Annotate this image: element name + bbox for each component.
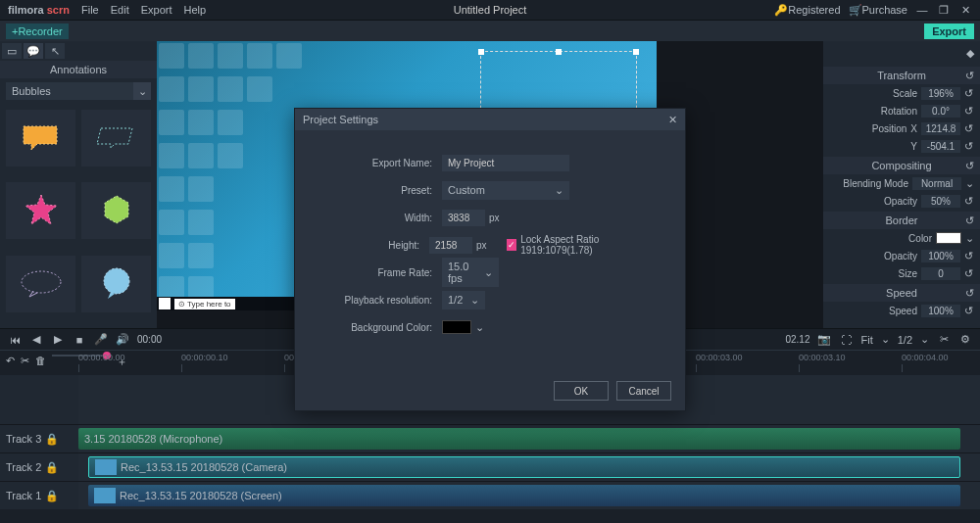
volume-icon[interactable]: 🔊 [116,333,129,347]
keyframe-icon[interactable]: ◆ [966,47,974,63]
fit-select[interactable]: Fit [860,334,872,346]
audio-clip[interactable]: 3.15 20180528 (Microphone) [78,428,960,450]
tab-annotations-icon[interactable]: 💬 [24,43,43,59]
bubble-shape-4[interactable] [81,182,151,239]
playback-res-select[interactable]: 1/2⌄ [442,291,485,309]
chevron-down-icon: ⌄ [484,266,493,279]
main-menu: File Edit Export Help [81,4,206,16]
crop-icon[interactable]: ✂ [937,333,951,347]
timecode-left: 00:00 [137,334,162,345]
reset-icon[interactable]: ↺ [964,105,974,118]
cut-icon[interactable]: ✂ [21,355,29,369]
scale-value[interactable]: 196% [921,87,960,100]
export-button[interactable]: Export [924,24,974,39]
lock-icon[interactable]: 🔒 [45,433,59,446]
properties-panel: ◆ Transform↺ Scale196%↺ Rotation0.0°↺ Po… [823,41,980,328]
fullscreen-icon[interactable]: ⛶ [839,333,853,347]
stop-icon[interactable]: ■ [73,333,86,347]
track-3-label: Track 3 [6,433,41,445]
reset-icon[interactable]: ↺ [965,67,974,84]
rotation-value[interactable]: 0.0° [921,105,960,118]
minimize-icon[interactable]: — [915,3,929,17]
transform-header: Transform [877,67,926,84]
snapshot-icon[interactable]: 📷 [817,333,831,347]
opacity-value[interactable]: 50% [921,195,960,208]
annotation-category-select[interactable]: Bubbles ⌄ [6,82,151,100]
reset-icon[interactable]: ↺ [965,284,974,302]
svg-point-1 [22,271,61,293]
prev-frame-icon[interactable]: ⏮ [8,333,22,347]
svg-marker-0 [105,196,128,223]
border-color-swatch[interactable] [936,232,961,244]
speed-value[interactable]: 100% [921,305,960,317]
step-back-icon[interactable]: ◀ [29,333,43,347]
reset-icon[interactable]: ↺ [964,305,974,317]
chevron-down-icon: ⌄ [881,333,890,346]
bubble-shape-3[interactable] [6,182,75,239]
menu-edit[interactable]: Edit [111,4,129,16]
lock-icon[interactable]: 🔒 [45,461,59,474]
reset-icon[interactable]: ↺ [964,195,974,208]
framerate-select[interactable]: 15.0 fps⌄ [442,258,499,287]
maximize-icon[interactable]: ❐ [937,3,951,17]
reset-icon[interactable]: ↺ [964,87,974,100]
width-input[interactable] [442,210,485,226]
play-icon[interactable]: ▶ [51,333,65,347]
dialog-title: Project Settings [303,114,378,125]
bubble-shape-2[interactable] [81,110,151,166]
delete-icon[interactable]: 🗑 [35,355,46,369]
reset-icon[interactable]: ↺ [965,157,974,174]
bgcolor-swatch[interactable] [442,320,471,334]
timecode-mid: 02.12 [785,334,809,345]
chevron-down-icon: ⌄ [470,294,479,307]
undo-icon[interactable]: ↶ [6,355,15,369]
bubble-shape-1[interactable] [6,110,75,166]
compositing-header: Compositing [871,157,931,174]
left-panel: ▭ 💬 ↖ Annotations Bubbles ⌄ [0,41,157,328]
menu-help[interactable]: Help [184,4,207,16]
reset-icon[interactable]: ↺ [965,212,974,229]
cancel-button[interactable]: Cancel [616,381,671,401]
tab-media-icon[interactable]: ▭ [2,43,22,59]
lock-icon[interactable]: 🔒 [45,490,59,502]
recorder-button[interactable]: +Recorder [6,24,69,39]
chevron-down-icon[interactable]: ⌄ [475,321,484,334]
border-size-value[interactable]: 0 [921,267,960,280]
lock-aspect-checkbox[interactable]: ✓ [507,239,517,251]
ok-button[interactable]: OK [554,381,609,401]
menu-export[interactable]: Export [141,4,172,16]
toolbar: +Recorder Export [0,20,980,41]
camera-clip[interactable]: Rec_13.53.15 20180528 (Camera) [88,456,960,478]
reset-icon[interactable]: ↺ [964,267,974,280]
chevron-down-icon: ⌄ [965,232,974,245]
purchase-link[interactable]: 🛒Purchase [849,4,907,17]
screen-clip[interactable]: Rec_13.53.15 20180528 (Screen) [88,485,960,506]
export-name-input[interactable] [442,155,569,171]
preset-select[interactable]: Custom⌄ [442,181,569,200]
height-input[interactable] [429,237,472,254]
tab-cursor-icon[interactable]: ↖ [45,43,65,59]
border-opacity-value[interactable]: 100% [921,250,960,262]
position-x-value[interactable]: 1214.8 [921,122,960,135]
bubble-shape-5[interactable] [6,256,75,312]
blend-mode-select[interactable]: Normal [912,177,961,190]
bubble-shape-6[interactable] [81,256,151,312]
settings-icon[interactable]: ⚙ [958,333,972,347]
chevron-down-icon: ⌄ [555,184,564,197]
close-icon[interactable]: ✕ [668,114,677,126]
app-logo: filmora scrn [8,4,70,16]
chevron-down-icon: ⌄ [133,82,151,100]
menu-file[interactable]: File [81,4,99,16]
position-y-value[interactable]: -504.1 [921,140,960,153]
titlebar: filmora scrn File Edit Export Help Untit… [0,0,980,20]
reset-icon[interactable]: ↺ [964,122,974,135]
reset-icon[interactable]: ↺ [964,250,974,262]
close-icon[interactable]: ✕ [958,3,972,17]
border-header: Border [885,212,917,229]
project-title: Untitled Project [454,4,527,16]
registered-link[interactable]: 🔑Registered [774,4,840,17]
zoom-select[interactable]: 1/2 [898,334,912,346]
reset-icon[interactable]: ↺ [964,140,974,153]
svg-point-2 [104,268,129,294]
mic-icon[interactable]: 🎤 [94,333,108,347]
